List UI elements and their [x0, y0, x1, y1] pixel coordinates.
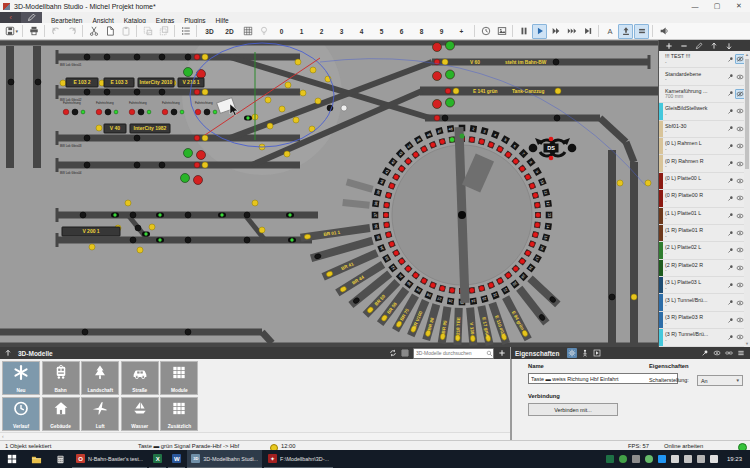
track-button[interactable]	[89, 244, 95, 250]
turntable-position-dot[interactable]	[530, 241, 535, 246]
pin-icon[interactable]	[725, 211, 735, 221]
tray-icon[interactable]	[671, 455, 679, 463]
track-button[interactable]	[149, 224, 155, 230]
screenshot-button[interactable]	[494, 24, 509, 39]
track-button[interactable]	[135, 225, 141, 231]
camera-9-button[interactable]: 9	[432, 24, 451, 39]
turntable-position-plate[interactable]: 21	[501, 286, 510, 295]
turntable-position-plate[interactable]: 5	[501, 135, 510, 144]
category-tile-luft[interactable]: Luft	[81, 397, 119, 431]
track-button[interactable]	[72, 109, 78, 115]
tray-icon[interactable]	[658, 455, 666, 463]
track-button[interactable]	[185, 237, 191, 243]
camera-6-button[interactable]: 6	[392, 24, 411, 39]
pin-icon[interactable]	[725, 332, 735, 342]
turntable-position-plate[interactable]: 7	[519, 149, 528, 158]
track-button[interactable]	[180, 110, 184, 114]
layer-row[interactable]: (3 L) Platte03 L-	[659, 277, 745, 294]
turntable-position-plate[interactable]: 44	[404, 141, 413, 150]
turntable-position-dot[interactable]	[533, 193, 538, 198]
track-button[interactable]	[202, 162, 208, 168]
turntable-position-plate[interactable]: 46	[424, 130, 433, 139]
track-button[interactable]	[138, 109, 144, 115]
category-tile-gebäude[interactable]: Gebäude	[42, 397, 80, 431]
track-button[interactable]	[434, 115, 440, 121]
layer-row[interactable]: (2 L) Platte02 L-	[659, 242, 745, 259]
turntable-position-plate[interactable]: 6	[510, 141, 519, 150]
taskbar-app[interactable]: 3D3D-Modellbahn Studi...	[187, 450, 262, 468]
track-button[interactable]	[159, 54, 165, 60]
category-tile-verlauf[interactable]: Verlauf	[2, 397, 40, 431]
track-button[interactable]	[185, 54, 191, 60]
track-button[interactable]	[267, 123, 273, 129]
layer-row[interactable]: GleisBildStellwerk-	[659, 103, 745, 120]
layer-row[interactable]: (3 R) Platte03 R-	[659, 312, 745, 329]
track-button[interactable]	[310, 67, 316, 73]
track-button[interactable]	[265, 97, 271, 103]
turntable-position-dot[interactable]	[394, 250, 399, 255]
cut-button[interactable]	[86, 24, 101, 39]
taskbar-app[interactable]: X	[149, 450, 166, 468]
print-button[interactable]	[26, 24, 41, 39]
track-button[interactable]	[130, 237, 136, 243]
camera-3-button[interactable]: 3	[332, 24, 351, 39]
track-button[interactable]	[84, 135, 90, 141]
turntable-spoke[interactable]	[530, 278, 558, 304]
turntable-position-plate[interactable]: 31	[396, 272, 405, 281]
link-icon[interactable]	[725, 349, 733, 357]
paste-button[interactable]	[118, 24, 133, 39]
sync-icon[interactable]	[389, 349, 397, 357]
edit-layer-icon[interactable]	[695, 42, 703, 50]
track-button[interactable]	[194, 135, 200, 141]
track-button[interactable]	[84, 89, 90, 95]
turntable-position-dot[interactable]	[440, 139, 445, 144]
turntable-position-dot[interactable]	[389, 241, 394, 246]
turntable-position-plate[interactable]: 35	[374, 233, 382, 241]
turntable-position-dot[interactable]	[449, 137, 454, 142]
track-button[interactable]	[631, 294, 637, 300]
track-button[interactable]	[8, 79, 14, 85]
track-button[interactable]	[125, 200, 131, 206]
pin-icon[interactable]	[725, 193, 735, 203]
turntable-position-dot[interactable]	[430, 283, 435, 288]
turntable-position-plate[interactable]: 8	[526, 157, 535, 166]
tray-icon[interactable]	[619, 455, 627, 463]
track-button[interactable]	[195, 109, 201, 115]
track-button[interactable]	[553, 59, 559, 65]
tray-icon[interactable]	[710, 455, 718, 463]
turntable-position-plate[interactable]: 36	[372, 223, 379, 230]
camera-add-button[interactable]: +	[452, 24, 471, 39]
faster-forward-button[interactable]	[564, 24, 579, 39]
track-button[interactable]	[130, 212, 136, 218]
pin-icon[interactable]	[725, 280, 735, 290]
pin-icon[interactable]	[725, 245, 735, 255]
turntable-position-plate[interactable]: 12	[545, 200, 552, 207]
ungroup-button[interactable]	[156, 24, 171, 39]
back-button[interactable]: ‹	[0, 12, 21, 23]
play-button[interactable]	[532, 24, 547, 39]
turntable-position-dot[interactable]	[406, 266, 411, 271]
turntable-position-dot[interactable]	[530, 183, 535, 188]
pin-icon[interactable]	[725, 228, 735, 238]
camera-4-button[interactable]: 4	[352, 24, 371, 39]
turntable-position-plate[interactable]: 17	[533, 254, 542, 263]
track-button[interactable]	[300, 90, 306, 96]
layer-row[interactable]: (0 L) Rahmen L-	[659, 138, 745, 155]
turntable-position-dot[interactable]	[497, 278, 502, 283]
pin-icon[interactable]	[725, 141, 735, 151]
undo-button[interactable]	[48, 24, 63, 39]
turntable-position-plate[interactable]: 40	[377, 177, 386, 186]
turntable-position-dot[interactable]	[449, 288, 454, 293]
track-button[interactable]	[159, 162, 165, 168]
grid-button[interactable]	[240, 24, 255, 39]
turntable-position-plate[interactable]: 28	[424, 291, 433, 300]
layer-row[interactable]: (1 R) Platte01 R-	[659, 225, 745, 242]
turntable-position-dot[interactable]	[406, 159, 411, 164]
turntable-position-dot[interactable]	[386, 193, 391, 198]
turntable-position-plate[interactable]: 18	[526, 263, 535, 272]
track-button[interactable]	[105, 109, 111, 115]
turntable-position-plate[interactable]: 4	[491, 130, 500, 139]
animation-tab-icon[interactable]	[593, 349, 601, 357]
tray-icon[interactable]	[697, 455, 705, 463]
track-button[interactable]	[194, 162, 200, 168]
